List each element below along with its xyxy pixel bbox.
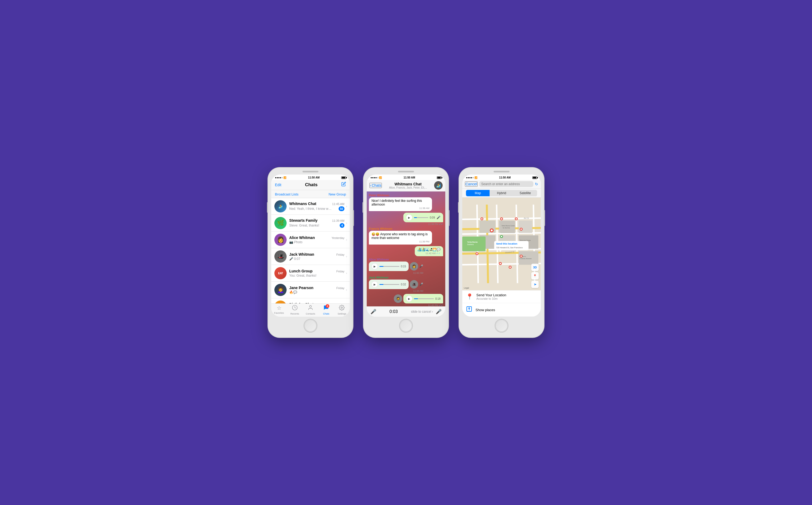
map-type-satellite-button[interactable]: Satellite — [514, 190, 537, 196]
svg-text:Yerba Buena Center: Yerba Buena Center — [502, 225, 515, 226]
msg-time-emoji-1: 11:42 AM ✓✓ — [417, 252, 440, 255]
map-type-hybrid-button[interactable]: Hybrid — [490, 190, 513, 196]
chevron-icon-alice: › — [346, 238, 347, 241]
compose-icon[interactable] — [341, 182, 346, 188]
tab-contacts[interactable]: Contacts — [302, 305, 318, 315]
chat-badge-stewarts: 4 — [340, 223, 345, 228]
msg-time-out-1: 11:38 PM ✓✓ — [403, 223, 443, 225]
signal-dots-3: ●●●●○ — [466, 176, 474, 179]
svg-rect-20 — [462, 236, 486, 251]
recents-icon — [292, 305, 298, 312]
svg-text:3rd St: 3rd St — [524, 217, 529, 219]
chat-item-whitmans[interactable]: 🏄 Whitmans Chat 11:45 AM Ned: Yeah, I th… — [271, 198, 350, 215]
chat-item-jane[interactable]: 👩‍🦱 Jane Pearson Friday 🔥💬 › — [271, 282, 350, 298]
avatar-jane: 👩‍🦱 — [274, 284, 287, 296]
chat-time-jack: Friday — [336, 253, 345, 256]
svg-point-38 — [481, 218, 483, 220]
status-right-3 — [532, 176, 537, 179]
chat-item-alice[interactable]: 👩 Alice Whitman Yesterday 📷 Photo › — [271, 231, 350, 248]
tab-favorites[interactable]: ☆ Favorites — [271, 305, 287, 315]
msg-alice-voice: Alice Whitman ▶ 0:15 👩 — [369, 258, 423, 274]
svg-point-56 — [510, 267, 511, 268]
msg-bubble-francis-1: 😜😝 Anyone who wants to tag along is more… — [369, 231, 432, 244]
svg-point-52 — [500, 263, 501, 265]
broadcast-lists-link[interactable]: Broadcast Lists — [275, 192, 298, 196]
tab-recents[interactable]: Recents — [287, 305, 302, 315]
signal-dots-2: ●●●●○ — [371, 176, 378, 179]
status-right-1 — [341, 176, 346, 179]
chat-item-lunch[interactable]: EAT Lunch Group Friday You: Great, thank… — [271, 265, 350, 282]
msg-emoji-1: 🏄🏄🌊🏖🌅💬 — [417, 248, 440, 251]
out-play-btn-2[interactable]: ▶ — [406, 296, 412, 302]
back-button[interactable]: ‹ Chats — [369, 183, 382, 188]
map-refresh-icon[interactable]: ↻ — [535, 182, 538, 186]
map-svg: Yerba Buena Gardens Yerba Buena Center f… — [462, 198, 541, 290]
chat-name-stewarts: Stewarts Family — [289, 218, 318, 222]
rec-mic-right-icon[interactable]: 🎤 — [436, 309, 441, 315]
out-voice-row-2: ▶ 0:18 🧔 — [394, 294, 443, 303]
home-button-3[interactable] — [495, 319, 509, 333]
map-search-input[interactable] — [479, 181, 533, 187]
chat-list-header: Broadcast Lists New Group — [271, 190, 350, 198]
alice-voice-mic: 🎤 — [419, 265, 423, 268]
send-location-item[interactable]: 📍 Send Your Location Accurate to 10m — [462, 291, 541, 303]
msg-peter-1: Peter Whitman Nice! I definitely feel li… — [369, 194, 432, 211]
chat-header-center: Whitmans Chat Alice, Francis, Jack, Pete… — [382, 182, 434, 189]
chat-item-birthday[interactable]: 🎂 Birthday Photos Friday Francis: › — [271, 298, 350, 303]
chat-preview-whitmans: Ned: Yeah, I think, I know wh... — [289, 207, 332, 211]
map-area[interactable]: Yerba Buena Gardens Yerba Buena Center f… — [462, 198, 541, 290]
wifi-icon-3: 📶 — [475, 176, 478, 179]
alice-voice-time: 11:42 AM — [369, 272, 423, 274]
svg-point-2 — [341, 307, 343, 309]
svg-point-42 — [516, 218, 517, 220]
chat-info-birthday: Birthday Photos Friday Francis: — [289, 302, 345, 303]
chat-item-stewarts[interactable]: 🌿 Stewarts Family 11:39 AM Steve: Great,… — [271, 215, 350, 231]
home-button-2[interactable] — [399, 319, 413, 333]
chat-preview-alice: 📷 Photo — [289, 240, 302, 244]
tab-bar-1: ☆ Favorites Recents Contacts — [271, 303, 350, 317]
map-type-map-button[interactable]: Map — [466, 190, 490, 196]
svg-point-40 — [501, 218, 502, 220]
status-bar-1: ●●●●○ 📶 11:50 AM — [271, 175, 350, 180]
status-left-2: ●●●●○ 📶 — [371, 176, 382, 179]
group-avatar[interactable]: 🏄 — [434, 181, 443, 190]
settings-icon — [339, 305, 345, 312]
alice-voice-row: ▶ 0:15 👩 🎤 — [369, 262, 423, 271]
status-time-3: 11:50 AM — [499, 176, 511, 179]
3d-button[interactable]: 3D — [531, 264, 539, 271]
tab-settings[interactable]: Settings — [334, 305, 350, 315]
chats-tab-label: Chats — [323, 312, 329, 315]
avatar-alice: 👩 — [274, 234, 287, 246]
chat-preview-jack: 🎤 0:07 — [289, 257, 300, 261]
alice-play-btn[interactable]: ▶ — [372, 263, 378, 270]
chat-name-whitmans: Whitmans Chat — [289, 202, 316, 206]
jack-play-btn-1[interactable]: ▶ — [372, 281, 378, 288]
tab-chats[interactable]: 2 Chats — [318, 305, 334, 315]
svg-text:Creativity Museum: Creativity Museum — [520, 258, 532, 260]
show-places-title: Show places — [476, 308, 495, 312]
msg-out-emoji-1: 🏄🏄🌊🏖🌅💬 11:42 AM ✓✓ — [415, 246, 443, 256]
pin-button[interactable]: 📍 — [531, 272, 539, 280]
phone-screen-chats: ●●●●○ 📶 11:50 AM Edit Chats Broadcast Li… — [271, 175, 350, 317]
svg-point-50 — [476, 253, 478, 255]
voice-play-btn-1[interactable]: ▶ — [406, 214, 412, 221]
chat-name-birthday: Birthday Photos — [289, 302, 318, 303]
new-group-link[interactable]: New Group — [328, 192, 346, 196]
chat-item-jack[interactable]: 🎩 Jack Whitman Friday 🎤 0:07 › — [271, 248, 350, 265]
msg-out-voice-1: ▶ 0:09 🎤 11:38 PM ✓✓ — [403, 213, 443, 225]
legal-text: Legal — [464, 287, 469, 289]
home-button-1[interactable] — [303, 319, 317, 333]
phones-container: ●●●●○ 📶 11:50 AM Edit Chats Broadcast Li… — [268, 168, 544, 337]
settings-label: Settings — [337, 312, 346, 315]
edit-button[interactable]: Edit — [275, 183, 281, 187]
map-cancel-button[interactable]: Cancel — [465, 181, 478, 187]
msg-jack-voice-1: Jack Whitman ▶ 0:32 🎩 — [369, 276, 423, 292]
chat-time-alice: Yesterday — [331, 236, 345, 239]
msg-francis-1: Francis Whitman 😜😝 Anyone who wants to t… — [369, 227, 432, 244]
location-arrow-button[interactable]: ➤ — [531, 281, 539, 288]
svg-text:Gardens: Gardens — [467, 243, 474, 245]
battery-icon-1 — [341, 176, 346, 179]
jack-voice-time-1: 11:43 AM — [369, 290, 423, 292]
phone-screen-chat: ●●●●○ 📶 11:50 AM ‹ Chats Whitmans Chat A… — [367, 175, 445, 317]
show-places-item[interactable]: Show places — [462, 303, 541, 317]
